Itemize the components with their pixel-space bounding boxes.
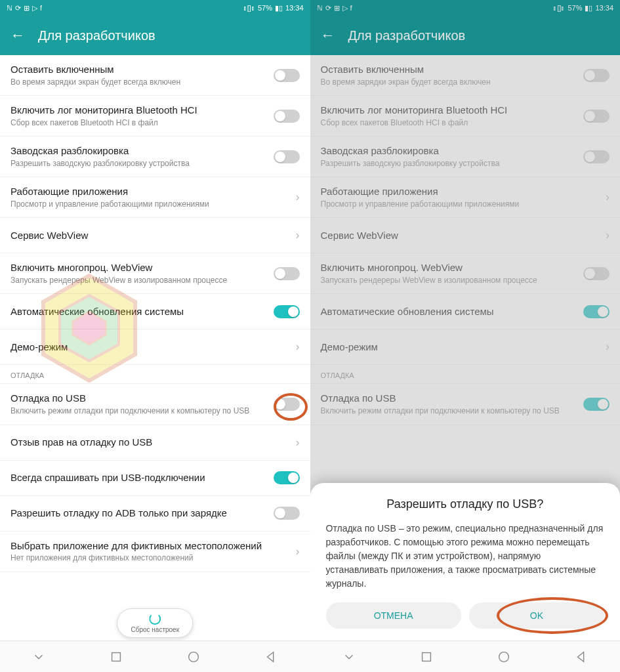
reset-settings-button[interactable]: Сброс настроек — [117, 608, 193, 638]
toggle-auto-updates[interactable] — [274, 305, 300, 318]
usb-debug-dialog: Разрешить отладку по USB? Отладка по USB… — [310, 483, 621, 640]
nav-bar — [0, 640, 310, 672]
setting-revoke-usb[interactable]: Отзыв прав на отладку по USB › — [0, 425, 310, 461]
chevron-right-icon: › — [296, 340, 300, 354]
section-debug: ОТЛАДКА — [0, 365, 310, 384]
spinner-icon — [149, 613, 161, 625]
back-button[interactable]: ← — [10, 27, 25, 44]
facebook-icon: f — [40, 4, 42, 12]
play-icon: ▷ — [32, 4, 37, 12]
setting-webview[interactable]: Сервис WebView › — [0, 218, 310, 253]
setting-multiproc-webview[interactable]: Включить многопроц. WebView Запускать ре… — [0, 253, 310, 294]
setting-auto-updates[interactable]: Автоматические обновления системы — [0, 294, 310, 329]
settings-list[interactable]: Оставить включенным Во время зарядки экр… — [0, 55, 310, 640]
header: ← Для разработчиков — [0, 16, 310, 55]
setting-title: Оставить включенным — [10, 63, 266, 76]
phone-left: ℕ ⟳ ⊞ ▷ f ⫾[]⫾ 57% ▮▯ 13:34 ← Для разраб… — [0, 0, 310, 672]
nav-bar — [310, 640, 621, 672]
chevron-right-icon: › — [296, 436, 300, 450]
chevron-right-icon: › — [296, 545, 300, 558]
status-bar: ℕ ⟳ ⊞ ▷ f ⫾[]⫾ 57% ▮▯ 13:34 — [0, 0, 310, 16]
nav-dropdown[interactable] — [31, 650, 46, 664]
svg-point-7 — [499, 652, 508, 662]
toggle-stay-awake[interactable] — [274, 69, 300, 82]
setting-demo-mode[interactable]: Демо-режим › — [0, 329, 310, 365]
nav-recent[interactable] — [419, 650, 434, 664]
sync-icon: ⟳ — [15, 4, 21, 12]
svg-marker-5 — [268, 652, 274, 662]
toggle-oem-unlock[interactable] — [274, 150, 300, 163]
page-title: Для разработчиков — [38, 28, 155, 43]
clock-text: 13:34 — [285, 4, 304, 12]
battery-text: 57% — [258, 4, 272, 12]
svg-rect-6 — [422, 652, 430, 661]
dialog-title: Разрешить отладку по USB? — [326, 497, 605, 511]
nav-home[interactable] — [186, 650, 201, 664]
nav-back[interactable] — [264, 650, 278, 664]
nav-home[interactable] — [497, 650, 511, 664]
toggle-multiproc-webview[interactable] — [274, 267, 300, 280]
ok-button[interactable]: OK — [469, 602, 604, 629]
phone-right: ℕ ⟳ ⊞ ▷ f ⫾[]⫾ 57% ▮▯ 13:34 ← Для разраб… — [310, 0, 621, 672]
nav-recent[interactable] — [109, 650, 123, 664]
setting-oem-unlock[interactable]: Заводская разблокировка Разрешить заводс… — [0, 136, 310, 177]
battery-icon: ▮▯ — [275, 4, 283, 12]
svg-point-4 — [189, 652, 199, 662]
setting-mock-location[interactable]: Выбрать приложение для фиктивных местопо… — [0, 532, 310, 572]
setting-running-apps[interactable]: Работающие приложения Просмотр и управле… — [0, 177, 310, 218]
chevron-right-icon: › — [296, 228, 300, 242]
toggle-bt-hci[interactable] — [274, 110, 300, 123]
setting-always-ask-usb[interactable]: Всегда спрашивать при USB-подключении — [0, 461, 310, 496]
svg-marker-8 — [577, 652, 583, 662]
toggle-adb-charging[interactable] — [274, 507, 300, 520]
toggle-usb-debug[interactable] — [274, 398, 300, 411]
setting-bt-hci[interactable]: Включить лог мониторинга Bluetooth HCI С… — [0, 96, 310, 136]
setting-sub: Во время зарядки экран будет всегда вклю… — [10, 77, 266, 88]
nav-dropdown[interactable] — [342, 650, 356, 664]
usb-icon: ⊞ — [24, 4, 30, 12]
reset-label: Сброс настроек — [131, 626, 179, 633]
setting-stay-awake[interactable]: Оставить включенным Во время зарядки экр… — [0, 55, 310, 96]
cancel-button[interactable]: ОТМЕНА — [326, 602, 461, 629]
nfc-icon: ℕ — [7, 4, 12, 12]
toggle-always-ask-usb[interactable] — [274, 471, 300, 484]
dialog-body: Отладка по USB – это режим, специально п… — [326, 522, 605, 591]
nav-back[interactable] — [574, 650, 589, 664]
setting-usb-debug[interactable]: Отладка по USB Включить режим отладки пр… — [0, 384, 310, 425]
svg-rect-3 — [112, 652, 121, 661]
chevron-right-icon: › — [296, 190, 300, 204]
vibrate-icon: ⫾[]⫾ — [243, 4, 255, 12]
setting-adb-charging[interactable]: Разрешить отладку по ADB только при заря… — [0, 496, 310, 532]
